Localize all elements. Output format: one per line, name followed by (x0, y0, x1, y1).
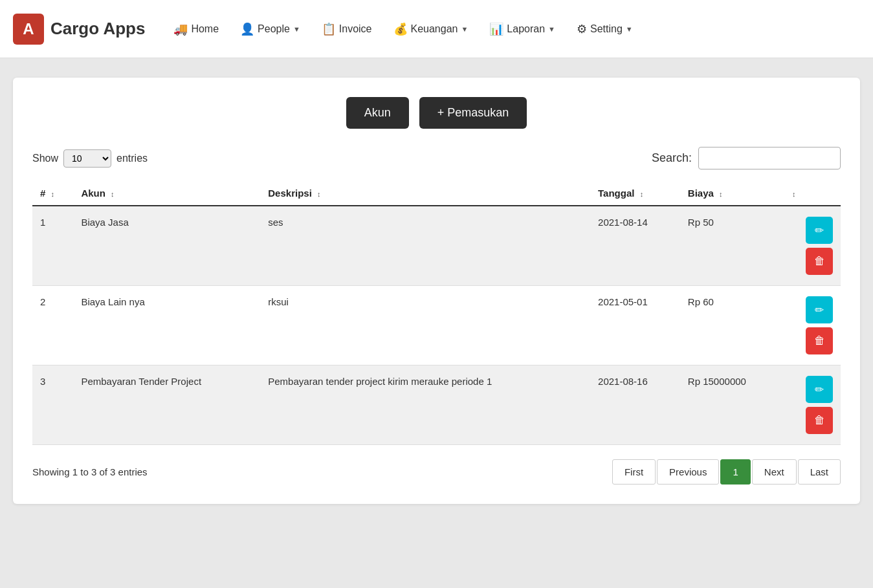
keuangan-icon: 💰 (393, 22, 408, 36)
brand-logo-icon: A (13, 14, 44, 45)
cell-biaya: Rp 60 (680, 286, 782, 365)
col-deskripsi[interactable]: Deskripsi ↕ (260, 181, 590, 206)
cell-akun: Biaya Lain nya (73, 286, 260, 365)
laporan-icon: 📊 (489, 22, 503, 36)
show-entries: Show 10 25 50 100 entries (32, 149, 148, 168)
col-akun[interactable]: Akun ↕ (73, 181, 260, 206)
pagination-buttons: First Previous 1 Next Last (612, 459, 841, 485)
cell-biaya: Rp 50 (680, 206, 782, 286)
first-button[interactable]: First (612, 459, 656, 485)
pagination-info: Showing 1 to 3 of 3 entries (32, 466, 148, 477)
cell-num: 3 (32, 365, 73, 445)
action-cell: ✏ 🗑 (790, 217, 833, 275)
previous-button[interactable]: Previous (657, 459, 719, 485)
action-cell: ✏ 🗑 (790, 376, 833, 434)
nav-item-laporan[interactable]: 📊 Laporan ▼ (480, 17, 564, 41)
col-biaya[interactable]: Biaya ↕ (680, 181, 782, 206)
data-table: # ↕ Akun ↕ Deskripsi ↕ Tanggal ↕ Biaya ↕… (32, 181, 841, 445)
table-row: 1 Biaya Jasa ses 2021-08-14 Rp 50 ✏ 🗑 (32, 206, 841, 286)
cell-tanggal: 2021-08-16 (590, 365, 680, 445)
invoice-icon: 📋 (322, 22, 336, 36)
cell-num: 2 (32, 286, 73, 365)
laporan-chevron-icon: ▼ (548, 25, 555, 33)
brand-logo-letter: A (23, 20, 34, 38)
nav-item-setting[interactable]: ⚙ Setting ▼ (568, 17, 642, 41)
search-input[interactable] (698, 147, 841, 169)
nav-item-people[interactable]: 👤 People ▼ (231, 17, 309, 41)
nav-home-label: Home (191, 23, 219, 35)
edit-button[interactable]: ✏ (806, 217, 833, 244)
main-card: Akun + Pemasukan Show 10 25 50 100 entri… (13, 78, 860, 504)
table-row: 2 Biaya Lain nya rksui 2021-05-01 Rp 60 … (32, 286, 841, 365)
keuangan-chevron-icon: ▼ (461, 25, 468, 33)
cell-tanggal: 2021-08-14 (590, 206, 680, 286)
nav-invoice-label: Invoice (339, 23, 372, 35)
nav-keuangan-label: Keuangan (411, 23, 458, 35)
delete-button[interactable]: 🗑 (806, 248, 833, 275)
entries-label: entries (116, 153, 148, 164)
edit-button[interactable]: ✏ (806, 376, 833, 403)
search-row: Search: (652, 147, 841, 169)
nav-laporan-label: Laporan (507, 23, 545, 35)
table-header: # ↕ Akun ↕ Deskripsi ↕ Tanggal ↕ Biaya ↕… (32, 181, 841, 206)
last-button[interactable]: Last (798, 459, 841, 485)
setting-chevron-icon: ▼ (626, 25, 633, 33)
cell-akun: Biaya Jasa (73, 206, 260, 286)
cell-actions: ✏ 🗑 (782, 286, 841, 365)
cell-tanggal: 2021-05-01 (590, 286, 680, 365)
table-body: 1 Biaya Jasa ses 2021-08-14 Rp 50 ✏ 🗑 2 (32, 206, 841, 445)
entries-select[interactable]: 10 25 50 100 (63, 149, 111, 168)
cell-deskripsi: Pembayaran tender project kirim merauke … (260, 365, 590, 445)
delete-button[interactable]: 🗑 (806, 407, 833, 434)
setting-icon: ⚙ (577, 22, 587, 36)
page-1-button[interactable]: 1 (720, 459, 750, 485)
cell-num: 1 (32, 206, 73, 286)
home-icon: 🚚 (173, 22, 188, 36)
nav-people-label: People (258, 23, 290, 35)
pemasukan-button[interactable]: + Pemasukan (419, 97, 527, 129)
people-icon: 👤 (240, 22, 254, 36)
people-chevron-icon: ▼ (293, 25, 300, 33)
cell-deskripsi: ses (260, 206, 590, 286)
controls-row: Show 10 25 50 100 entries Search: (32, 147, 841, 169)
cell-actions: ✏ 🗑 (782, 365, 841, 445)
cell-deskripsi: rksui (260, 286, 590, 365)
edit-button[interactable]: ✏ (806, 296, 833, 323)
nav-items: 🚚 Home 👤 People ▼ 📋 Invoice 💰 Keuangan ▼… (164, 17, 860, 41)
navbar: A Cargo Apps 🚚 Home 👤 People ▼ 📋 Invoice… (0, 0, 873, 58)
akun-button[interactable]: Akun (346, 97, 409, 129)
cell-akun: Pembayaran Tender Project (73, 365, 260, 445)
nav-item-invoice[interactable]: 📋 Invoice (313, 17, 381, 41)
pagination-row: Showing 1 to 3 of 3 entries First Previo… (32, 459, 841, 485)
col-actions: ↕ (782, 181, 841, 206)
next-button[interactable]: Next (752, 459, 797, 485)
action-buttons-row: Akun + Pemasukan (32, 97, 841, 129)
main-wrapper: Akun + Pemasukan Show 10 25 50 100 entri… (0, 58, 873, 523)
brand-logo-link[interactable]: A Cargo Apps (13, 14, 145, 45)
delete-button[interactable]: 🗑 (806, 327, 833, 354)
nav-setting-label: Setting (590, 23, 623, 35)
nav-item-home[interactable]: 🚚 Home (164, 17, 228, 41)
nav-item-keuangan[interactable]: 💰 Keuangan ▼ (384, 17, 478, 41)
brand-name: Cargo Apps (50, 19, 145, 39)
show-label: Show (32, 153, 58, 164)
cell-actions: ✏ 🗑 (782, 206, 841, 286)
table-row: 3 Pembayaran Tender Project Pembayaran t… (32, 365, 841, 445)
col-num[interactable]: # ↕ (32, 181, 73, 206)
search-label: Search: (652, 151, 692, 165)
action-cell: ✏ 🗑 (790, 296, 833, 354)
col-tanggal[interactable]: Tanggal ↕ (590, 181, 680, 206)
cell-biaya: Rp 15000000 (680, 365, 782, 445)
